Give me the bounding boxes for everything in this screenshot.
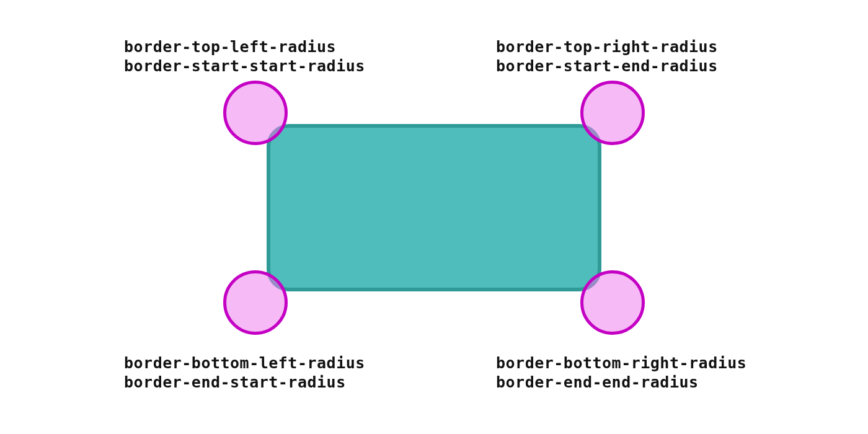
label-bottom-right: border-bottom-right-radius border-end-en… (496, 353, 746, 392)
label-bottom-left: border-bottom-left-radius border-end-sta… (124, 353, 365, 392)
label-logical: border-end-end-radius (496, 373, 699, 391)
label-logical: border-end-start-radius (124, 373, 346, 391)
diagram-canvas: border-top-left-radius border-start-star… (0, 0, 868, 434)
label-logical: border-start-end-radius (496, 57, 718, 75)
label-physical: border-top-left-radius (124, 38, 336, 56)
demo-box (267, 124, 601, 291)
label-physical: border-top-right-radius (496, 38, 718, 56)
label-physical: border-bottom-left-radius (124, 354, 365, 372)
label-top-left: border-top-left-radius border-start-star… (124, 37, 365, 76)
label-physical: border-bottom-right-radius (496, 354, 746, 372)
corner-marker-top-left (223, 81, 288, 145)
label-logical: border-start-start-radius (124, 57, 365, 75)
corner-marker-bottom-left (223, 270, 288, 335)
corner-marker-top-right (580, 81, 645, 145)
corner-marker-bottom-right (580, 270, 645, 335)
label-top-right: border-top-right-radius border-start-end… (496, 37, 718, 76)
